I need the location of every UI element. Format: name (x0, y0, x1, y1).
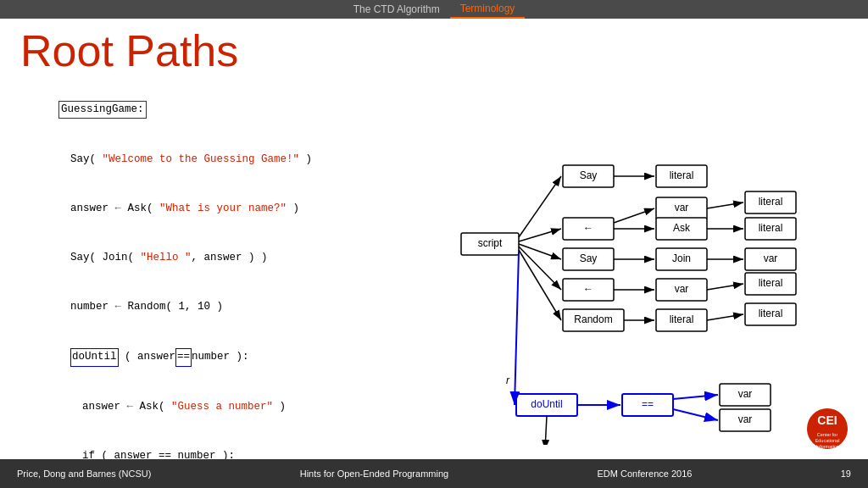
code-line-1: GuessingGame: (20, 84, 410, 135)
code-line-4: Say( Join( "Hello ", answer ) ) (32, 234, 410, 283)
svg-text:literal: literal (759, 196, 783, 208)
nav-item-ctd[interactable]: The CTD Algorithm (343, 0, 450, 19)
top-navigation: The CTD Algorithm Terminology (0, 0, 868, 19)
footer-right: EDM Conference 2016 (598, 469, 693, 479)
svg-text:r: r (506, 374, 510, 386)
code-line-2: Say( "Welcome to the Guessing Game!" ) (32, 135, 410, 184)
code-line-3: answer ← Ask( "What is your name?" ) (32, 184, 410, 233)
svg-text:doUntil: doUntil (531, 398, 562, 410)
svg-line-51 (519, 244, 561, 259)
main-content: GuessingGame: Say( "Welcome to the Guess… (0, 80, 868, 453)
svg-text:literal: literal (759, 222, 783, 234)
svg-line-52 (519, 247, 561, 290)
svg-line-67 (673, 395, 718, 399)
svg-text:var: var (738, 413, 753, 425)
svg-line-61 (707, 284, 743, 290)
svg-text:Say: Say (580, 252, 598, 264)
page-title: Root Paths (0, 19, 868, 80)
code-panel: GuessingGame: Say( "Welcome to the Guess… (20, 80, 410, 453)
svg-text:Ask: Ask (673, 222, 691, 234)
svg-text:==: == (642, 398, 654, 410)
footer: Price, Dong and Barnes (NCSU) Hints for … (0, 459, 868, 488)
nav-item-terminology[interactable]: Terminology (450, 0, 526, 19)
svg-line-65 (515, 252, 519, 405)
svg-line-57 (707, 202, 743, 208)
svg-text:literal: literal (670, 169, 694, 181)
footer-center: Hints for Open-Ended Programming (300, 469, 448, 479)
svg-line-68 (673, 409, 718, 420)
svg-text:Educational: Educational (815, 438, 840, 443)
footer-left: Price, Dong and Barnes (NCSU) (17, 469, 151, 479)
svg-line-50 (519, 229, 561, 241)
svg-text:←: ← (583, 283, 593, 295)
cei-logo: CEI Center for Educational Informatics (792, 408, 860, 454)
svg-text:var: var (675, 283, 689, 295)
svg-line-63 (707, 314, 743, 320)
svg-text:Join: Join (672, 252, 691, 264)
svg-line-53 (519, 250, 561, 320)
svg-text:CEI: CEI (817, 413, 837, 427)
svg-text:literal: literal (759, 277, 783, 289)
svg-text:Random: Random (574, 313, 612, 325)
footer-page-number: 19 (841, 469, 851, 479)
svg-text:Say: Say (580, 169, 598, 181)
svg-text:var: var (675, 202, 689, 214)
diagram-panel: script Say literal var literal ← Ask lit… (427, 80, 868, 453)
svg-text:Informatics: Informatics (816, 444, 839, 449)
svg-text:literal: literal (670, 313, 694, 325)
code-line-7: answer ← Ask( "Guess a number" ) (44, 383, 410, 432)
svg-line-49 (519, 176, 561, 237)
code-line-5: number ← Random( 1, 10 ) (32, 283, 410, 332)
svg-text:←: ← (583, 222, 593, 234)
svg-text:script: script (478, 237, 503, 249)
code-line-6: doUntil ( answer==number ): (32, 332, 410, 383)
svg-text:Center for: Center for (817, 432, 838, 437)
svg-line-69 (545, 416, 547, 445)
svg-text:var: var (738, 388, 753, 400)
svg-line-64 (614, 208, 654, 223)
svg-text:literal: literal (759, 308, 783, 319)
svg-text:var: var (764, 252, 778, 264)
